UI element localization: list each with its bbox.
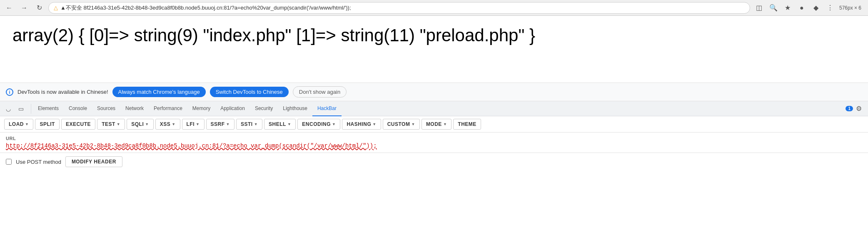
- reload-button[interactable]: ↻: [33, 2, 45, 14]
- profile-icon[interactable]: ●: [796, 2, 808, 14]
- test-button[interactable]: TEST ▼: [97, 119, 125, 130]
- theme-button[interactable]: THEME: [453, 119, 481, 130]
- encoding-dropdown-arrow: ▼: [332, 122, 336, 126]
- device-icon[interactable]: ▭: [16, 104, 26, 114]
- warning-icon: △: [54, 5, 58, 11]
- page-output: array(2) { [0]=> string(9) "index.php" […: [12, 24, 856, 47]
- address-bar[interactable]: △ ▲不安全 8f2146a3-31e5-42b2-8b48-3ed9ca8f0…: [48, 2, 750, 14]
- lfi-dropdown-arrow: ▼: [196, 122, 200, 126]
- cast-icon[interactable]: ◫: [753, 2, 765, 14]
- hashing-dropdown-arrow: ▼: [372, 122, 376, 126]
- browser-icons: ◫ 🔍 ★ ● ◆ ⋮: [753, 2, 836, 14]
- inspect-icon[interactable]: ◡: [3, 104, 13, 114]
- split-button[interactable]: SPLIT: [35, 119, 60, 130]
- address-url-text: ▲不安全 8f2146a3-31e5-42b2-8b48-3ed9ca8f0b8…: [60, 4, 745, 12]
- page-content: array(2) { [0]=> string(9) "index.php" […: [0, 16, 868, 83]
- load-dropdown-arrow: ▼: [25, 122, 29, 126]
- devtools-tabs: ◡ ▭ Elements Console Sources Network Per…: [0, 101, 868, 116]
- hackbar-url-area: URL http://8f2146a3-31e5-42b2-8b48-3ed9c…: [0, 133, 868, 153]
- sqli-dropdown-arrow: ▼: [145, 122, 149, 126]
- url-value[interactable]: http://8f2146a3-31e5-42b2-8b48-3ed9ca8f0…: [6, 143, 862, 149]
- xss-button[interactable]: XSS ▼: [155, 119, 180, 130]
- mode-dropdown-arrow: ▼: [443, 122, 447, 126]
- settings-gear-button[interactable]: ⚙: [853, 103, 865, 115]
- menu-icon[interactable]: ⋮: [824, 2, 836, 14]
- bookmark-icon[interactable]: ★: [782, 2, 793, 14]
- zoom-icon[interactable]: 🔍: [768, 2, 779, 14]
- hackbar-toolbar: LOAD ▼ SPLIT EXECUTE TEST ▼ SQLI ▼ XSS ▼…: [0, 116, 868, 133]
- post-method-checkbox[interactable]: [6, 159, 12, 165]
- custom-dropdown-arrow: ▼: [411, 122, 415, 126]
- sqli-button[interactable]: SQLI ▼: [127, 119, 153, 130]
- dont-show-again-button[interactable]: Don't show again: [293, 86, 347, 98]
- ssrf-button[interactable]: SSRF ▼: [206, 119, 234, 130]
- tab-network[interactable]: Network: [120, 101, 149, 116]
- custom-button[interactable]: CUSTOM ▼: [383, 119, 420, 130]
- tab-performance[interactable]: Performance: [149, 101, 187, 116]
- always-match-language-button[interactable]: Always match Chrome's language: [112, 87, 206, 97]
- test-dropdown-arrow: ▼: [117, 122, 120, 126]
- extensions-icon[interactable]: ◆: [810, 2, 822, 14]
- tab-hackbar[interactable]: HackBar: [312, 101, 342, 116]
- hashing-button[interactable]: HASHING ▼: [342, 119, 381, 130]
- ssrf-dropdown-arrow: ▼: [226, 122, 230, 126]
- tab-sources[interactable]: Sources: [92, 101, 120, 116]
- switch-devtools-chinese-button[interactable]: Switch DevTools to Chinese: [210, 87, 289, 97]
- shell-dropdown-arrow: ▼: [287, 122, 291, 126]
- notification-text: DevTools is now available in Chinese!: [17, 89, 108, 95]
- tab-icons: ◡ ▭: [3, 104, 31, 114]
- tab-console[interactable]: Console: [64, 101, 92, 116]
- post-method-label: Use POST method: [16, 159, 61, 165]
- tab-badge: 1: [846, 106, 853, 111]
- tab-elements[interactable]: Elements: [33, 101, 64, 116]
- xss-dropdown-arrow: ▼: [172, 122, 175, 126]
- devtools-notification: i DevTools is now available in Chinese! …: [0, 83, 868, 101]
- ssti-dropdown-arrow: ▼: [254, 122, 258, 126]
- tab-lighthouse[interactable]: Lighthouse: [278, 101, 312, 116]
- modify-header-button[interactable]: MODIFY HEADER: [65, 156, 122, 167]
- encoding-button[interactable]: ENCODING ▼: [297, 119, 340, 130]
- shell-button[interactable]: SHELL ▼: [264, 119, 296, 130]
- info-icon: i: [6, 88, 13, 96]
- tab-memory[interactable]: Memory: [187, 101, 215, 116]
- lfi-button[interactable]: LFI ▼: [182, 119, 205, 130]
- forward-button[interactable]: →: [18, 2, 30, 14]
- tab-application[interactable]: Application: [215, 101, 250, 116]
- browser-bar: ← → ↻ △ ▲不安全 8f2146a3-31e5-42b2-8b48-3ed…: [0, 0, 868, 16]
- load-button[interactable]: LOAD ▼: [4, 119, 33, 130]
- px-display: 576px × 6: [839, 5, 865, 11]
- ssti-button[interactable]: SSTI ▼: [236, 119, 262, 130]
- mode-button[interactable]: MODE ▼: [422, 119, 451, 130]
- url-label: URL: [6, 136, 862, 141]
- back-button[interactable]: ←: [3, 2, 15, 14]
- tab-security[interactable]: Security: [250, 101, 278, 116]
- execute-button[interactable]: EXECUTE: [61, 119, 95, 130]
- hackbar-post-row: Use POST method MODIFY HEADER: [0, 153, 868, 170]
